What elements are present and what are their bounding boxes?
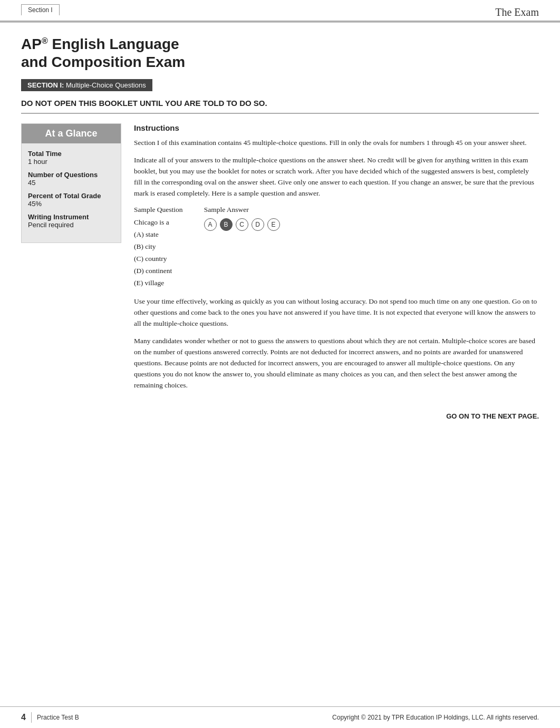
sample-question-text: Chicago is a [134, 218, 183, 227]
footer-left: 4 Practice Test B [21, 712, 79, 723]
bubble-a: A [204, 218, 217, 231]
instructions-column: Instructions Section I of this examinati… [134, 123, 539, 462]
choice-b: (B) city [134, 241, 183, 253]
instructions-para-2: Indicate all of your answers to the mult… [134, 155, 539, 199]
sample-question-col: Sample Question Chicago is a (A) state (… [134, 206, 183, 289]
glance-percent-grade-value: 45% [28, 200, 114, 208]
do-not-open-text: DO NOT OPEN THIS BOOKLET UNTIL YOU ARE T… [21, 99, 267, 108]
sample-answer-label: Sample Answer [204, 206, 280, 214]
glance-total-time: Total Time 1 hour [28, 150, 114, 166]
at-a-glance-title-text: At a Glance [45, 128, 97, 139]
copyright-text: Copyright © 2021 by TPR Education IP Hol… [332, 714, 539, 721]
instructions-heading-text: Instructions [134, 123, 179, 132]
glance-writing-instrument: Writing Instrument Pencil required [28, 213, 114, 229]
practice-label: Practice Test B [37, 714, 79, 721]
page-footer: 4 Practice Test B Copyright © 2021 by TP… [0, 706, 560, 728]
the-exam-label: The Exam [495, 6, 539, 18]
bubble-e: E [267, 218, 280, 231]
glance-percent-grade-label: Percent of Total Grade [28, 192, 114, 200]
glance-num-questions-label: Number of Questions [28, 171, 114, 179]
at-a-glance-body: Total Time 1 hour Number of Questions 45… [22, 150, 121, 229]
at-a-glance-title: At a Glance [22, 124, 121, 143]
instructions-para-1: Section I of this examination contains 4… [134, 138, 539, 149]
glance-percent-grade: Percent of Total Grade 45% [28, 192, 114, 208]
glance-writing-instrument-label: Writing Instrument [28, 213, 114, 221]
instructions-para-3: Use your time effectively, working as qu… [134, 296, 539, 329]
choice-a: (A) state [134, 229, 183, 241]
answer-bubbles: A B C D E [204, 218, 280, 231]
header-right-text: The Exam [495, 4, 539, 21]
footer-divider [31, 712, 32, 723]
sample-area: Sample Question Chicago is a (A) state (… [134, 206, 539, 289]
section-tab: Section I [21, 4, 60, 15]
sample-answer-col: Sample Answer A B C D E [204, 206, 280, 231]
choice-c: (C) country [134, 253, 183, 265]
glance-total-time-label: Total Time [28, 150, 114, 158]
bubble-c: C [236, 218, 248, 231]
go-on-text: GO ON TO THE NEXT PAGE. [134, 412, 539, 420]
glance-num-questions: Number of Questions 45 [28, 171, 114, 187]
instructions-para-4: Many candidates wonder whether or not to… [134, 336, 539, 391]
do-not-open: DO NOT OPEN THIS BOOKLET UNTIL YOU ARE T… [21, 99, 539, 114]
choice-d: (D) continent [134, 265, 183, 277]
glance-num-questions-value: 45 [28, 179, 114, 187]
go-on-label: GO ON TO THE NEXT PAGE. [446, 412, 539, 420]
section-label-bold: SECTION I: [27, 81, 64, 89]
sample-choices: (A) state (B) city (C) country (D) conti… [134, 229, 183, 289]
instructions-heading: Instructions [134, 123, 539, 132]
at-a-glance-box: At a Glance Total Time 1 hour Number of … [21, 123, 121, 243]
footer-right: Copyright © 2021 by TPR Education IP Hol… [332, 714, 539, 721]
bubble-d: D [252, 218, 264, 231]
main-content: AP® English Languageand Composition Exam… [0, 35, 560, 494]
sample-question-label: Sample Question [134, 206, 183, 214]
page-header: Section I The Exam [0, 0, 560, 22]
section-label: SECTION I: Multiple-Choice Questions [21, 79, 152, 91]
section-tab-label: Section I [28, 6, 53, 14]
exam-title: AP® English Languageand Composition Exam [21, 35, 539, 71]
glance-total-time-value: 1 hour [28, 158, 114, 166]
two-col-layout: At a Glance Total Time 1 hour Number of … [21, 123, 539, 462]
top-rule [0, 22, 560, 23]
page-number: 4 [21, 713, 26, 722]
bubble-b: B [220, 218, 233, 231]
glance-writing-instrument-value: Pencil required [28, 221, 114, 229]
section-label-rest: Multiple-Choice Questions [64, 81, 146, 89]
choice-e: (E) village [134, 277, 183, 289]
